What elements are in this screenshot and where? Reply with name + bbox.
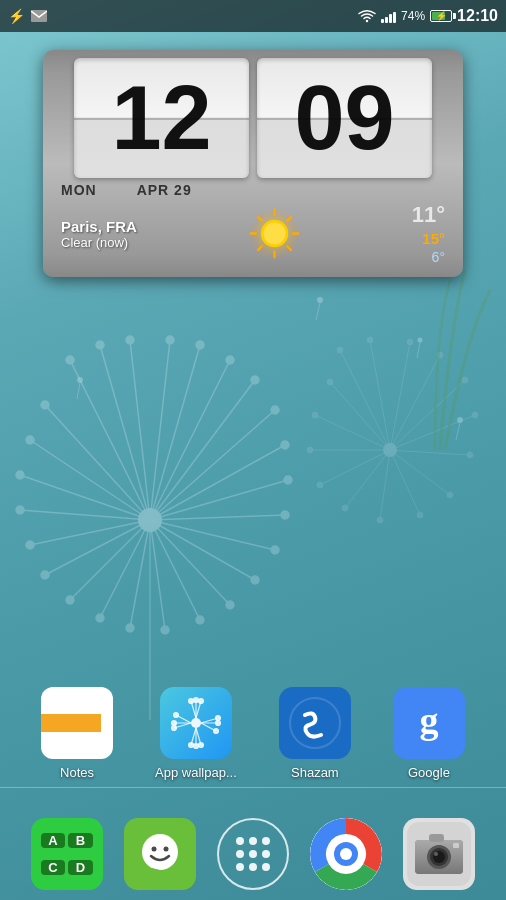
svg-point-110 [193,698,198,703]
signal-bars [381,9,396,23]
svg-line-65 [390,450,470,455]
weather-location: Paris, FRA [61,218,137,235]
svg-line-90 [77,383,80,399]
svg-point-22 [281,511,289,519]
weather-high-temp: 15° [422,230,445,247]
svg-line-23 [150,520,275,550]
svg-point-128 [171,721,176,726]
drawer-dot-2 [249,837,257,845]
appwallpaper-icon [160,687,232,759]
svg-point-120 [198,743,203,748]
svg-line-5 [130,340,150,520]
svg-point-78 [307,447,313,453]
svg-line-55 [370,340,390,450]
camera-svg [407,822,471,886]
svg-point-136 [142,834,178,870]
drawer-dot-8 [249,863,257,871]
svg-point-8 [166,336,174,344]
clock-day-date: MON APR 29 [61,182,192,198]
drawer-dot-6 [262,850,270,858]
weather-section[interactable]: Paris, FRA Clear (now) [51,198,455,269]
status-bar: ⚡ 74% ⚡ 12:10 [0,0,506,32]
svg-point-74 [342,505,348,511]
shazam-svg [285,693,345,753]
svg-line-19 [150,480,288,520]
weather-status: Clear (now) [61,235,137,250]
svg-point-42 [26,541,34,549]
svg-line-59 [390,355,440,450]
svg-point-116 [215,721,220,726]
status-left-icons: ⚡ [8,8,47,24]
svg-point-149 [434,852,438,856]
svg-point-126 [171,726,176,731]
svg-point-38 [66,596,74,604]
abc-app[interactable]: A B C D [31,818,103,890]
svg-rect-150 [429,834,444,842]
svg-rect-93 [31,10,47,22]
drawer-dot-3 [262,837,270,845]
weather-current-temp: 11° [412,202,445,228]
svg-point-30 [196,616,204,624]
svg-line-9 [150,345,200,520]
abc-cell-c: C [41,860,66,875]
svg-point-34 [126,624,134,632]
svg-point-83 [317,297,323,303]
weather-low-temp: 6° [432,249,445,265]
messenger-app[interactable] [124,818,196,890]
shazam-app[interactable]: Shazam [279,687,351,780]
svg-line-21 [150,515,285,520]
status-time: 12:10 [457,7,498,25]
svg-line-17 [150,445,285,520]
svg-text:g: g [419,699,438,741]
svg-line-7 [150,340,170,520]
svg-point-32 [161,626,169,634]
clock-day: MON [61,182,97,198]
svg-point-28 [226,601,234,609]
notes-app[interactable]: Notes [41,687,113,780]
svg-line-75 [320,450,390,485]
svg-point-4 [96,341,104,349]
messenger-svg [132,826,188,882]
camera-app[interactable] [403,818,475,890]
clock-widget[interactable]: 12 09 MON APR 29 Paris, FRA Clear (now) [43,50,463,277]
clock-info-row: MON APR 29 [51,178,455,198]
wifi-icon [358,9,376,23]
svg-point-124 [188,743,193,748]
svg-point-118 [213,729,218,734]
svg-point-10 [196,341,204,349]
svg-line-35 [100,520,150,618]
drawer-dot-9 [262,863,270,871]
chrome-svg [310,818,382,890]
svg-point-66 [467,452,473,458]
svg-line-15 [150,410,275,520]
svg-point-80 [312,412,318,418]
svg-line-39 [45,520,150,575]
svg-point-72 [377,517,383,523]
svg-point-54 [337,347,343,353]
svg-point-26 [251,576,259,584]
notes-icon-lines [101,693,113,753]
svg-point-70 [417,512,423,518]
svg-line-47 [30,440,150,520]
google-svg: g [399,693,459,753]
battery-icon: ⚡ [430,10,452,22]
svg-point-24 [271,546,279,554]
signal-bar-1 [381,19,384,23]
drawer-dot-1 [236,837,244,845]
svg-point-56 [367,337,373,343]
svg-point-68 [447,492,453,498]
signal-bar-4 [393,12,396,23]
chrome-app[interactable] [310,818,382,890]
clock-minute: 09 [257,58,432,178]
svg-point-82 [327,379,333,385]
weather-temps: 11° 15° 6° [412,202,445,265]
abc-cell-a: A [41,833,66,848]
svg-point-91 [457,417,463,423]
appwallpaper-app[interactable]: App wallpap... [155,687,237,780]
svg-line-92 [456,423,460,440]
svg-line-13 [150,380,255,520]
svg-point-122 [193,744,198,749]
google-app[interactable]: g Google [393,687,465,780]
signal-bar-2 [385,17,388,23]
app-drawer[interactable] [217,818,289,890]
